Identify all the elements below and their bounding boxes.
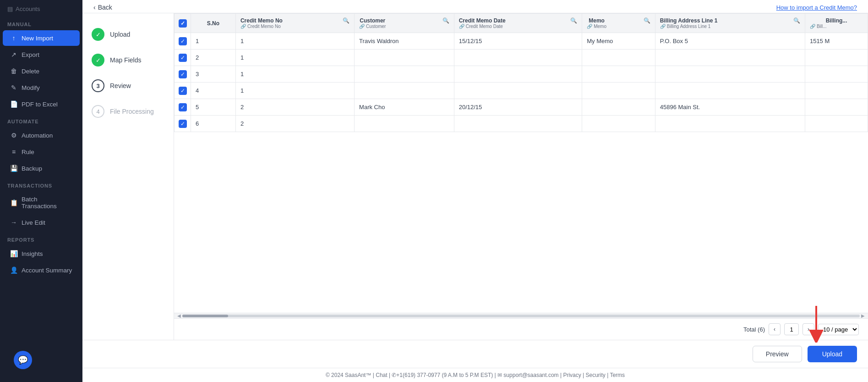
horizontal-scrollbar[interactable]: ◀ ▶ bbox=[174, 313, 868, 318]
transactions-section-label: TRANSACTIONS bbox=[0, 177, 82, 191]
cell-customer bbox=[355, 66, 454, 83]
chat-icon: 💬 bbox=[18, 355, 28, 365]
row-checkbox-cell[interactable] bbox=[175, 33, 191, 50]
row-checkbox-cell[interactable] bbox=[175, 66, 191, 83]
step-circle-file: 4 bbox=[92, 105, 104, 118]
step-file-processing: 4 File Processing bbox=[92, 105, 164, 118]
table-row: 2 1 bbox=[175, 50, 868, 66]
sidebar-item-export[interactable]: ↗ Export bbox=[3, 47, 80, 62]
table-row: 4 1 bbox=[175, 83, 868, 99]
cell-credit-memo-no: 1 bbox=[235, 66, 354, 83]
sidebar-item-delete[interactable]: 🗑 Delete bbox=[3, 63, 80, 79]
sidebar-item-new-import[interactable]: ↑ New Import bbox=[3, 30, 80, 46]
sidebar-item-label: Backup bbox=[22, 165, 42, 172]
cell-billing: 45896 Main St. bbox=[655, 99, 805, 116]
col-credit-memo-date: Credit Memo Date 🔗 Credit Memo Date 🔍 bbox=[454, 14, 582, 33]
step-map-fields: ✓ Map Fields bbox=[92, 54, 164, 66]
sidebar-item-account-summary[interactable]: 👤 Account Summary bbox=[3, 262, 80, 278]
per-page-select[interactable]: 10 / page 20 / page 50 / page bbox=[818, 324, 859, 335]
batch-icon: 📋 bbox=[10, 199, 17, 206]
help-link[interactable]: How to import a Credit Memo? bbox=[776, 4, 857, 11]
cell-date bbox=[454, 50, 582, 66]
row-checkbox[interactable] bbox=[179, 54, 187, 62]
cell-date: 20/12/15 bbox=[454, 99, 582, 116]
cell-billing2 bbox=[805, 66, 868, 83]
cell-memo bbox=[582, 116, 655, 132]
row-checkbox-cell[interactable] bbox=[175, 83, 191, 99]
next-page-btn[interactable]: › bbox=[802, 323, 814, 335]
chat-bubble[interactable]: 💬 bbox=[14, 351, 32, 369]
table-row: 3 1 bbox=[175, 66, 868, 83]
scroll-bar-thumb[interactable] bbox=[182, 315, 228, 317]
sidebar-item-label: Delete bbox=[22, 68, 39, 75]
row-checkbox-cell[interactable] bbox=[175, 99, 191, 116]
cell-memo: My Memo bbox=[582, 33, 655, 50]
cell-sno: 4 bbox=[191, 83, 236, 99]
cell-billing2 bbox=[805, 116, 868, 132]
sidebar-item-automation[interactable]: ⚙ Automation bbox=[3, 127, 80, 143]
step-label-review: Review bbox=[110, 82, 131, 89]
prev-page-btn[interactable]: ‹ bbox=[769, 323, 781, 335]
row-checkbox[interactable] bbox=[179, 37, 187, 45]
sidebar-item-label: Rule bbox=[22, 149, 34, 155]
sidebar-item-live-edit[interactable]: → Live Edit bbox=[3, 215, 80, 230]
sidebar-item-label: Live Edit bbox=[22, 219, 45, 226]
page-number-input[interactable] bbox=[784, 323, 799, 335]
upload-button[interactable]: Upload bbox=[808, 346, 857, 362]
sidebar-item-backup[interactable]: 💾 Backup bbox=[3, 161, 80, 176]
preview-button[interactable]: Preview bbox=[753, 346, 802, 362]
table-row: 5 2 Mark Cho 20/12/15 45896 Main St. bbox=[175, 99, 868, 116]
step-circle-upload: ✓ bbox=[92, 28, 104, 41]
col-sno: S.No bbox=[191, 14, 236, 33]
cell-credit-memo-no: 2 bbox=[235, 116, 354, 132]
cell-billing bbox=[655, 116, 805, 132]
sidebar-item-modify[interactable]: ✎ Modify bbox=[3, 80, 80, 95]
footer-text: © 2024 SaasAnt™ | Chat | ✆+1(619) 377-09… bbox=[326, 372, 625, 378]
insights-icon: 📊 bbox=[10, 250, 17, 257]
col-billing-addr1: Billing Address Line 1 🔗 Billing Address… bbox=[655, 14, 805, 33]
sidebar-item-label: PDF to Excel bbox=[22, 101, 58, 108]
row-checkbox[interactable] bbox=[179, 103, 187, 111]
scroll-bar-track[interactable] bbox=[182, 315, 860, 317]
cell-date bbox=[454, 116, 582, 132]
delete-icon: 🗑 bbox=[10, 67, 17, 75]
cell-date bbox=[454, 83, 582, 99]
search-icon-date[interactable]: 🔍 bbox=[570, 17, 577, 24]
row-checkbox-cell[interactable] bbox=[175, 50, 191, 66]
cell-sno: 6 bbox=[191, 116, 236, 132]
table-area: S.No Credit Memo No 🔗 Credit Memo No 🔍 bbox=[174, 13, 868, 340]
live-edit-icon: → bbox=[10, 219, 17, 226]
sidebar-item-rule[interactable]: ≡ Rule bbox=[3, 144, 80, 160]
row-checkbox[interactable] bbox=[179, 70, 187, 78]
table-scroll[interactable]: S.No Credit Memo No 🔗 Credit Memo No 🔍 bbox=[174, 13, 868, 313]
search-icon-memo[interactable]: 🔍 bbox=[644, 17, 650, 24]
row-checkbox-cell[interactable] bbox=[175, 116, 191, 132]
search-icon-billing[interactable]: 🔍 bbox=[793, 17, 800, 24]
sidebar-item-label: Insights bbox=[22, 250, 43, 257]
action-bar: Preview Upload bbox=[82, 340, 868, 368]
search-icon-credit-memo[interactable]: 🔍 bbox=[343, 17, 349, 24]
back-link[interactable]: ‹ Back bbox=[93, 4, 112, 11]
cell-billing bbox=[655, 83, 805, 99]
search-icon-customer[interactable]: 🔍 bbox=[442, 17, 449, 24]
scroll-left-btn[interactable]: ◀ bbox=[176, 313, 182, 318]
cell-sno: 1 bbox=[191, 33, 236, 50]
sidebar-item-pdf-to-excel[interactable]: 📄 PDF to Excel bbox=[3, 96, 80, 112]
sidebar-item-label: New Import bbox=[22, 35, 53, 42]
cell-sno: 3 bbox=[191, 66, 236, 83]
cell-memo bbox=[582, 50, 655, 66]
backup-icon: 💾 bbox=[10, 165, 17, 172]
cell-credit-memo-no: 1 bbox=[235, 33, 354, 50]
top-bar: ‹ Back How to import a Credit Memo? bbox=[82, 0, 868, 13]
pagination-bar: Total (6) ‹ › 10 / page 20 / page 50 / p… bbox=[174, 318, 868, 340]
sidebar-item-insights[interactable]: 📊 Insights bbox=[3, 246, 80, 261]
select-all-header[interactable] bbox=[175, 14, 191, 33]
cell-credit-memo-no: 2 bbox=[235, 99, 354, 116]
select-all-checkbox[interactable] bbox=[179, 19, 187, 28]
cell-credit-memo-no: 1 bbox=[235, 83, 354, 99]
sidebar-item-label: Modify bbox=[22, 84, 40, 91]
sidebar-item-batch-transactions[interactable]: 📋 Batch Transactions bbox=[3, 192, 80, 214]
row-checkbox[interactable] bbox=[179, 87, 187, 95]
scroll-right-btn[interactable]: ▶ bbox=[860, 313, 866, 318]
row-checkbox[interactable] bbox=[179, 120, 187, 128]
